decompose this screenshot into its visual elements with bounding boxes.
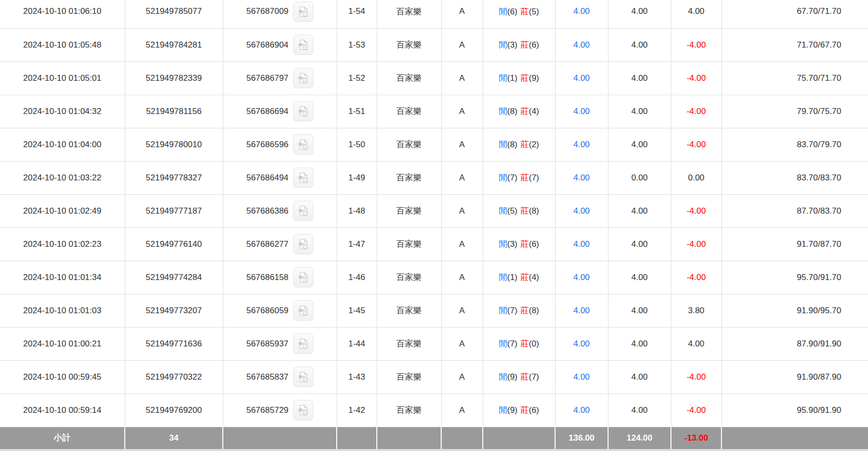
video-file-icon [297, 237, 310, 251]
round-id: 567686596 [246, 140, 288, 150]
bet-amount-link[interactable]: 4.00 [573, 339, 590, 348]
balance: 67.70/71.70 [721, 0, 868, 28]
win-loss: -4.00 [671, 194, 721, 227]
round-id: 567685729 [246, 405, 288, 415]
video-replay-button[interactable] [293, 300, 313, 321]
valid-bet: 4.00 [608, 128, 671, 161]
bet-amount-link[interactable]: 4.00 [573, 372, 590, 382]
bet-amount-link[interactable]: 4.00 [573, 140, 590, 149]
video-replay-button[interactable] [293, 1, 313, 22]
bet-amount-link[interactable]: 4.00 [573, 73, 590, 83]
table-row: 2024-10-10 01:03:22 521949778327 5676864… [0, 161, 868, 194]
player-label: 閒 [499, 40, 507, 50]
video-file-icon [297, 370, 310, 384]
banker-label: 莊 [520, 306, 529, 315]
valid-bet: 4.00 [608, 61, 671, 95]
bet-id: 521949769200 [125, 394, 223, 427]
table-row: 2024-10-10 00:59:14 521949769200 5676857… [0, 394, 868, 427]
round-number: 1-43 [337, 360, 377, 394]
win-loss: -4.00 [671, 28, 721, 61]
game-name: 百家樂 [377, 0, 441, 28]
bet-amount-link[interactable]: 4.00 [573, 206, 590, 216]
bet-amount-link[interactable]: 4.00 [573, 107, 590, 116]
video-replay-button[interactable] [293, 134, 313, 155]
video-replay-button[interactable] [293, 168, 313, 188]
game-name: 百家樂 [377, 227, 441, 261]
round-id: 567686059 [246, 306, 288, 316]
video-replay-button[interactable] [293, 367, 313, 387]
banker-label: 莊 [520, 73, 529, 83]
player-label: 閒 [499, 7, 507, 16]
player-label: 閒 [499, 273, 507, 282]
banker-score: (4) [529, 273, 539, 282]
table-name: A [441, 128, 483, 161]
video-replay-button[interactable] [293, 234, 313, 254]
subtotal-winloss-total: -13.00 [671, 427, 721, 449]
balance: 83.70/79.70 [721, 128, 868, 161]
valid-bet: 4.00 [608, 394, 671, 427]
video-replay-button[interactable] [293, 400, 313, 420]
bet-records-panel: 2024-10-10 01:06:10 521949785077 5676870… [0, 0, 868, 451]
banker-label: 莊 [520, 339, 529, 348]
bet-amount-link[interactable]: 4.00 [573, 239, 590, 249]
valid-bet: 4.00 [608, 360, 671, 394]
game-name: 百家樂 [377, 394, 441, 427]
bet-id: 521949780010 [125, 128, 223, 161]
banker-label: 莊 [520, 239, 529, 249]
bet-time: 2024-10-10 01:02:49 [0, 194, 125, 227]
video-replay-button[interactable] [293, 101, 313, 121]
bet-amount-link[interactable]: 4.00 [573, 6, 590, 16]
bet-amount-link[interactable]: 4.00 [573, 306, 590, 315]
video-replay-button[interactable] [293, 68, 313, 88]
video-replay-button[interactable] [293, 267, 313, 287]
table-name: A [441, 294, 483, 327]
player-label: 閒 [499, 140, 507, 149]
win-loss: -4.00 [671, 227, 721, 261]
game-name: 百家樂 [377, 194, 441, 227]
player-score: (7) [507, 173, 517, 182]
bet-amount-link[interactable]: 4.00 [573, 40, 590, 50]
table-row: 2024-10-10 01:01:03 521949773207 5676860… [0, 294, 868, 327]
bet-amount-link[interactable]: 4.00 [573, 173, 590, 182]
win-loss: -4.00 [671, 61, 721, 95]
bet-id: 521949773207 [125, 294, 223, 327]
bet-amount-link[interactable]: 4.00 [573, 273, 590, 282]
video-replay-button[interactable] [293, 201, 313, 221]
video-file-icon [297, 38, 310, 52]
table-name: A [441, 227, 483, 261]
valid-bet: 4.00 [608, 0, 671, 28]
banker-score: (4) [529, 107, 539, 116]
bet-id: 521949777187 [125, 194, 223, 227]
player-score: (6) [507, 7, 517, 16]
bet-id: 521949782339 [125, 61, 223, 95]
table-row: 2024-10-10 01:05:48 521949784281 5676869… [0, 28, 868, 61]
table-row: 2024-10-10 01:02:49 521949777187 5676863… [0, 194, 868, 227]
bet-id: 521949778327 [125, 161, 223, 194]
game-name: 百家樂 [377, 61, 441, 95]
subtotal-bet-total: 136.00 [555, 427, 608, 449]
player-label: 閒 [499, 206, 507, 216]
round-number: 1-53 [337, 28, 377, 61]
video-replay-button[interactable] [293, 334, 313, 354]
player-score: (1) [507, 73, 517, 83]
round-number: 1-51 [337, 95, 377, 128]
banker-score: (8) [529, 306, 539, 315]
win-loss: 4.00 [671, 0, 721, 28]
round-number: 1-52 [337, 61, 377, 95]
bet-amount-link[interactable]: 4.00 [573, 405, 590, 415]
table-row: 2024-10-10 01:02:23 521949776140 5676862… [0, 227, 868, 261]
subtotal-valid-total: 124.00 [608, 427, 671, 449]
player-label: 閒 [499, 107, 507, 116]
video-file-icon [297, 171, 310, 184]
player-score: (7) [507, 306, 517, 315]
player-score: (8) [507, 107, 517, 116]
round-id: 567686797 [246, 73, 288, 83]
win-loss: -4.00 [671, 360, 721, 394]
video-replay-button[interactable] [293, 35, 313, 55]
balance: 95.90/91.90 [721, 394, 868, 427]
win-loss: 4.00 [671, 327, 721, 360]
table-name: A [441, 95, 483, 128]
game-result: 閒(7)莊(8) [483, 294, 555, 327]
round-id: 567686386 [246, 206, 288, 216]
valid-bet: 4.00 [608, 227, 671, 261]
